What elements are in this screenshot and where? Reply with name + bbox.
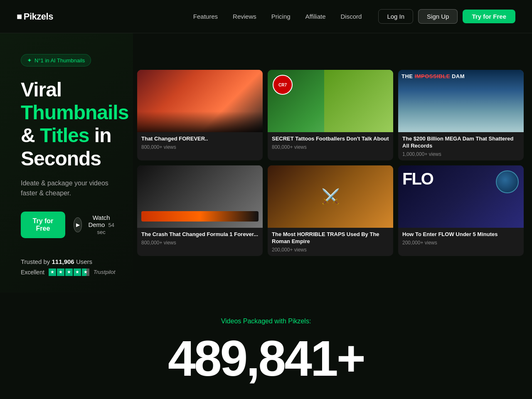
logo-text: Pikzels	[24, 11, 53, 22]
thumbnail-title-3: The $200 Billion MEGA Dam That Shattered…	[402, 135, 520, 150]
thumbnail-card-6: FLO How To Enter FLOW Under 5 Minutes 20…	[398, 165, 524, 256]
thumbnail-card-2: CR7 SECRET Tattoos Footballers Don't Tal…	[268, 70, 393, 160]
thumbnail-views-2: 800,000+ views	[272, 144, 389, 150]
thumbnail-views-6: 200,000+ views	[402, 240, 520, 246]
star-3: ★	[65, 268, 73, 276]
hero-title-green1: Thumbnails	[21, 101, 128, 123]
badge-text: N°1 in AI Thumbnails	[34, 57, 85, 64]
thumbnail-views-5: 200,000+ views	[272, 247, 389, 253]
signup-button[interactable]: Sign Up	[418, 9, 458, 24]
thumbnail-card-4: The Crash That Changed Formula 1 Forever…	[137, 165, 263, 256]
hero-thumbnails: That Changed FOREVER.. 800,000+ views CR…	[133, 33, 532, 293]
thumbnail-image-6: FLO	[398, 165, 524, 228]
thumbnail-info-1: That Changed FOREVER.. 800,000+ views	[137, 132, 263, 153]
thumbnail-views-3: 1,000,000+ views	[402, 151, 520, 157]
stats-number: 489,841+	[17, 333, 515, 383]
thumbnail-info-4: The Crash That Changed Formula 1 Forever…	[137, 228, 263, 249]
hero-cta: Try for Free ▶ Watch Demo 54 sec	[21, 212, 116, 238]
thumbnail-title-4: The Crash That Changed Formula 1 Forever…	[141, 231, 259, 238]
trustpilot-excellent: Excellent	[21, 269, 44, 276]
hero-title-white2: &	[21, 124, 40, 146]
thumbnail-title-1: That Changed FOREVER..	[141, 135, 259, 143]
thumbnail-views-1: 800,000+ views	[141, 144, 259, 150]
hero-title: Viral Thumbnails & Titles in Seconds	[21, 78, 116, 170]
nav-actions: Log In Sign Up Try for Free	[378, 9, 515, 24]
trust-count: 111,906	[52, 258, 74, 265]
stats-section: Videos Packaged with Pikzels: 489,841+	[0, 293, 532, 399]
nav-pricing[interactable]: Pricing	[265, 10, 297, 23]
nav-links: Features Reviews Pricing Affiliate Disco…	[187, 13, 369, 20]
thumbnail-title-6: How To Enter FLOW Under 5 Minutes	[402, 231, 520, 238]
try-for-free-hero-button[interactable]: Try for Free	[21, 212, 65, 238]
thumbnail-views-4: 800,000+ views	[141, 240, 259, 246]
hero-title-white1: Viral	[21, 79, 62, 101]
badge-star-icon: ✦	[27, 57, 32, 64]
login-button[interactable]: Log In	[378, 9, 413, 24]
thumbnail-image-3: THE IMPOSSIBLE DAM	[398, 70, 524, 132]
hero-section: ✦ N°1 in AI Thumbnails Viral Thumbnails …	[0, 33, 532, 293]
thumbnail-title-2: SECRET Tattoos Footballers Don't Talk Ab…	[272, 135, 389, 143]
star-rating: ★ ★ ★ ★ ★	[49, 268, 89, 276]
thumbnail-card-3: THE IMPOSSIBLE DAM The $200 Billion MEGA…	[398, 70, 524, 160]
flo-text: FLO	[402, 170, 433, 188]
star-4: ★	[74, 268, 81, 276]
thumbnail-info-2: SECRET Tattoos Footballers Don't Talk Ab…	[268, 132, 393, 153]
hero-left: ✦ N°1 in AI Thumbnails Viral Thumbnails …	[0, 33, 133, 293]
nav-reviews[interactable]: Reviews	[226, 10, 263, 23]
thumbnail-image-2: CR7	[268, 70, 393, 132]
thumbnail-image-4	[137, 165, 263, 228]
navbar: ■ Pikzels Features Reviews Pricing Affil…	[0, 0, 532, 33]
impossible-text: THE IMPOSSIBLE DAM	[401, 73, 465, 79]
thumbnail-info-5: The Most HORRIBLE TRAPS Used By The Roma…	[268, 228, 393, 256]
thumbnail-card-1: That Changed FOREVER.. 800,000+ views	[137, 70, 263, 160]
thumbnail-card-5: ⚔️ The Most HORRIBLE TRAPS Used By The R…	[268, 165, 393, 256]
star-5-half: ★	[82, 268, 89, 276]
trust-section: Trusted by 111,906 Users Excellent ★ ★ ★…	[21, 258, 116, 276]
play-icon: ▶	[74, 217, 82, 232]
logo[interactable]: ■ Pikzels	[17, 11, 53, 22]
stats-label: Videos Packaged with Pikzels:	[17, 318, 515, 325]
trustpilot-brand: Trustpilot	[94, 269, 116, 275]
thumbnail-image-5: ⚔️	[268, 165, 393, 228]
flow-circle	[496, 170, 519, 193]
hero-title-green2: Titles	[40, 124, 89, 146]
thumbnail-info-6: How To Enter FLOW Under 5 Minutes 200,00…	[398, 228, 524, 249]
thumbnail-info-3: The $200 Billion MEGA Dam That Shattered…	[398, 132, 524, 160]
nav-affiliate[interactable]: Affiliate	[299, 10, 332, 23]
thumbnail-title-5: The Most HORRIBLE TRAPS Used By The Roma…	[272, 231, 389, 245]
star-1: ★	[49, 268, 56, 276]
trustpilot-row: Excellent ★ ★ ★ ★ ★ Trustpilot	[21, 268, 116, 276]
try-for-free-nav-button[interactable]: Try for Free	[463, 10, 515, 23]
watch-demo-label: Watch Demo 54 sec	[86, 214, 116, 235]
nav-discord[interactable]: Discord	[334, 10, 369, 23]
roman-warrior-icon: ⚔️	[321, 188, 340, 205]
watch-demo-button[interactable]: ▶ Watch Demo 54 sec	[74, 214, 116, 235]
nav-features[interactable]: Features	[187, 10, 224, 23]
cr7-badge: CR7	[273, 75, 293, 95]
logo-symbol: ■	[17, 11, 22, 22]
hero-subtitle: Ideate & package your videos faster & ch…	[21, 178, 116, 198]
f1-car	[141, 211, 259, 222]
thumbnail-image-1	[137, 70, 263, 132]
star-2: ★	[57, 268, 64, 276]
trust-users: Trusted by 111,906 Users	[21, 258, 116, 265]
badge: ✦ N°1 in AI Thumbnails	[21, 54, 91, 66]
